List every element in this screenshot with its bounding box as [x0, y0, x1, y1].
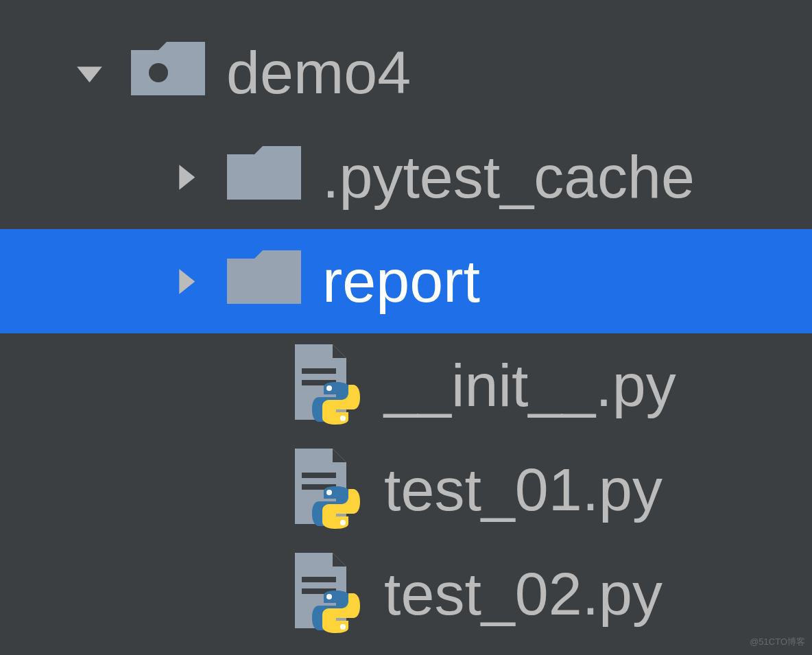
chevron-right-icon[interactable] — [165, 156, 206, 198]
svg-rect-1 — [302, 368, 336, 374]
chevron-down-icon[interactable] — [69, 52, 110, 93]
svg-point-12 — [340, 624, 346, 630]
svg-point-11 — [326, 594, 332, 599]
svg-point-0 — [149, 63, 168, 82]
svg-point-8 — [340, 520, 346, 525]
svg-point-4 — [340, 416, 346, 421]
folder-icon — [226, 139, 302, 215]
svg-point-7 — [326, 490, 332, 495]
tree-item-folder-selected[interactable]: report — [0, 229, 812, 333]
python-file-icon — [288, 556, 363, 632]
tree-item-file[interactable]: test_02.py — [0, 542, 812, 646]
svg-rect-5 — [302, 473, 336, 478]
tree-item-file[interactable]: test_01.py — [0, 438, 812, 542]
tree-item-label: test_01.py — [384, 455, 662, 525]
tree-item-label: __init__.py — [384, 350, 676, 420]
folder-icon — [226, 243, 302, 319]
watermark: @51CTO博客 — [750, 636, 805, 648]
folder-marked-icon — [130, 35, 206, 110]
python-file-icon — [288, 348, 363, 423]
tree-item-root[interactable]: demo4 — [0, 21, 812, 125]
chevron-right-icon[interactable] — [165, 261, 206, 302]
python-file-icon — [288, 452, 363, 527]
svg-rect-9 — [302, 577, 336, 582]
tree-item-label: test_02.py — [384, 559, 662, 629]
tree-item-label: .pytest_cache — [322, 142, 695, 212]
tree-item-file[interactable]: __init__.py — [0, 333, 812, 438]
tree-item-folder[interactable]: .pytest_cache — [0, 125, 812, 229]
project-tree: demo4 .pytest_cache report — [0, 0, 812, 646]
tree-item-label: report — [322, 246, 480, 316]
svg-point-3 — [326, 385, 332, 391]
tree-item-label: demo4 — [226, 38, 411, 108]
